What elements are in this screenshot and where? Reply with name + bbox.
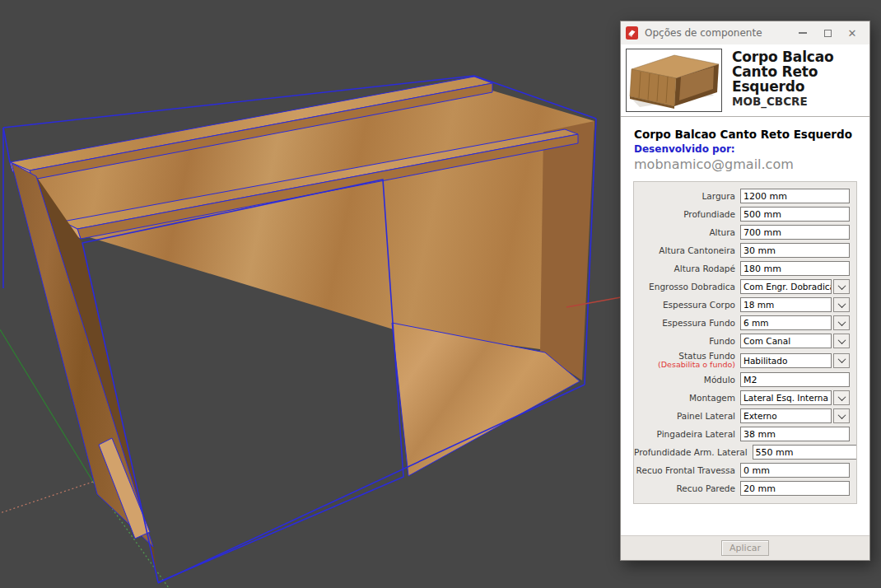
espessura-fundo-selected-value: 6 mm [740,315,832,330]
form-row: Altura [634,225,850,240]
dialog-content: Corpo Balcao Canto Reto Esquerdo Desenvo… [621,117,869,535]
recuo-frontal-travessa-input[interactable] [740,463,850,478]
form-row: Módulo [634,372,850,387]
chevron-down-icon[interactable] [833,279,850,294]
montagem-select[interactable]: Lateral Esq. Interna [740,390,850,405]
espessura-corpo-select[interactable]: 18 mm [740,297,850,312]
component-code: MOB_CBCRE [732,95,870,108]
engrosso-dobradica-select[interactable]: Com Engr. Dobradica [740,279,850,294]
chevron-down-icon[interactable] [833,297,850,312]
profundiade-input[interactable] [740,207,850,222]
altura-rodape-input[interactable] [740,261,850,276]
field-label-recuo-frontal-travessa: Recuo Frontal Travessa [634,466,740,475]
recuo-parede-input[interactable] [740,481,850,496]
field-label-painel-lateral: Painel Lateral [634,412,740,421]
developer-email: mobnamico@gmail.com [634,156,856,172]
chevron-down-icon[interactable] [833,390,850,405]
espessura-fundo-select[interactable]: 6 mm [740,315,850,330]
form-row: Pingadeira Lateral [634,427,850,441]
component-name-heading: Corpo Balcao Canto Reto Esquerdo [634,128,856,141]
field-sublabel-status-fundo: (Desabilita o fundo) [634,361,735,369]
altura-cantoneira-input[interactable] [740,243,850,258]
sketchup-logo-icon [626,26,638,40]
form-row: FundoCom Canal [634,334,850,348]
component-header: Corpo Balcao Canto Reto Esquerdo MOB_CBC… [621,44,869,117]
form-row: Engrosso DobradicaCom Engr. Dobradica [634,279,850,294]
field-label-espessura-corpo: Espessura Corpo [634,301,740,310]
form-row: Altura Rodapé [634,261,850,276]
field-label-altura-cantoneira: Altura Cantoneira [634,246,740,255]
chevron-down-icon[interactable] [833,408,850,423]
chevron-down-icon[interactable] [833,315,850,330]
painel-lateral-selected-value: Externo [740,408,832,423]
field-label-pingadeira-lateral: Pingadeira Lateral [634,430,740,439]
form-row: Espessura Corpo18 mm [634,297,850,312]
profundidade-arm-lateral-input[interactable] [753,445,857,460]
status-fundo-selected-value: Habilitado [740,353,832,368]
field-label-recuo-parede: Recuo Parede [634,484,740,493]
form-row: Espessura Fundo6 mm [634,315,850,330]
field-label-modulo: Módulo [634,376,740,385]
pingadeira-lateral-input[interactable] [740,427,850,441]
form-row: MontagemLateral Esq. Interna [634,390,850,405]
altura-input[interactable] [740,225,850,240]
field-label-status-fundo: Status Fundo(Desabilita o fundo) [634,352,740,369]
minimize-icon [799,32,807,34]
form-row: Altura Cantoneira [634,243,850,258]
field-label-profundidade-arm-lateral: Profundidade Arm. Lateral [634,448,753,457]
field-label-espessura-fundo: Espessura Fundo [634,319,740,328]
field-label-largura: Largura [634,192,740,201]
component-options-dialog: Opções de componente ✕ Corpo Balcao Cant… [620,21,870,561]
chevron-down-icon[interactable] [833,334,850,348]
minimize-button[interactable] [790,23,815,43]
dialog-title: Opções de componente [645,27,790,39]
form-row: Largura [634,189,850,203]
form-row: Recuo Parede [634,481,850,496]
dialog-footer: Aplicar [621,535,869,560]
status-fundo-select[interactable]: Habilitado [740,353,850,368]
field-label-altura: Altura [634,228,740,237]
field-label-montagem: Montagem [634,394,740,403]
form-row: Profundiade [634,207,850,222]
component-thumbnail [626,49,722,112]
maximize-button[interactable] [815,23,840,43]
developed-by-label: Desenvolvido por: [634,143,856,155]
field-label-fundo: Fundo [634,337,740,346]
component-form: LarguraProfundiadeAlturaAltura Cantoneir… [633,181,857,504]
close-button[interactable]: ✕ [840,23,865,43]
apply-button[interactable]: Aplicar [721,540,769,556]
form-row: Painel LateralExterno [634,408,850,423]
largura-input[interactable] [740,189,850,203]
form-row: Profundidade Arm. Lateral [634,445,850,460]
chevron-down-icon[interactable] [833,353,850,368]
field-label-profundiade: Profundiade [634,210,740,219]
field-label-engrosso-dobradica: Engrosso Dobradica [634,282,740,292]
dialog-titlebar[interactable]: Opções de componente ✕ [621,21,869,44]
engrosso-dobradica-selected-value: Com Engr. Dobradica [740,279,832,294]
espessura-corpo-selected-value: 18 mm [740,297,832,312]
form-row: Recuo Frontal Travessa [634,463,850,478]
cabinet-model[interactable] [3,76,596,583]
form-row: Status Fundo(Desabilita o fundo)Habilita… [634,352,850,369]
field-label-altura-rodape: Altura Rodapé [634,264,740,273]
fundo-select[interactable]: Com Canal [740,334,850,348]
maximize-icon [824,30,832,37]
fundo-selected-value: Com Canal [740,334,832,348]
painel-lateral-select[interactable]: Externo [740,408,850,423]
modulo-input[interactable] [740,372,850,387]
montagem-selected-value: Lateral Esq. Interna [740,390,832,405]
thumbnail-cabinet-render [627,49,721,111]
component-title: Corpo Balcao Canto Reto Esquerdo [732,49,870,94]
close-icon: ✕ [848,28,857,39]
